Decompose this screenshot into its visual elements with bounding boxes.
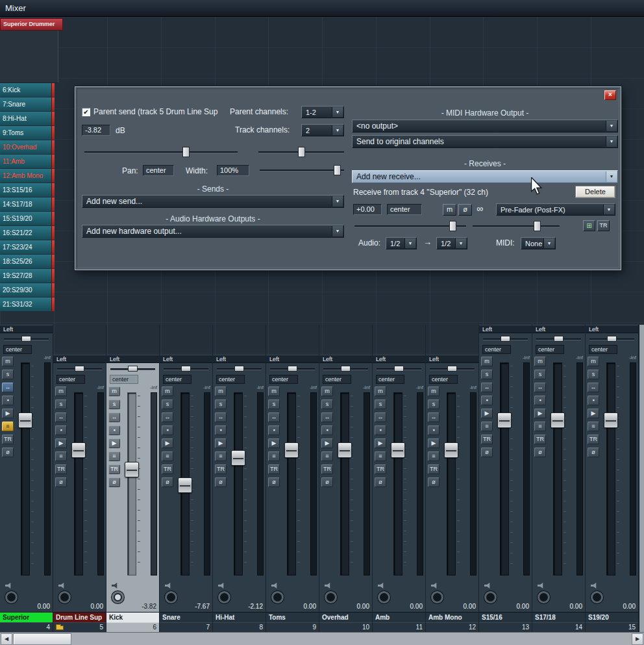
track-list-item[interactable]: 16:S21/22 xyxy=(0,226,55,240)
mute-button[interactable]: m xyxy=(2,357,14,366)
track-number-row[interactable]: 10 xyxy=(319,622,372,632)
chevron-down-icon[interactable]: ▼ xyxy=(606,121,617,131)
io-button[interactable]: ↔ xyxy=(108,412,120,422)
send-mode-select[interactable]: Pre-Fader (Post-FX) ▼ xyxy=(496,203,615,216)
track-name-label[interactable]: Snare xyxy=(160,612,212,622)
track-list-item[interactable]: 19:S27/28 xyxy=(0,269,55,283)
pan-handle[interactable] xyxy=(234,366,244,372)
mute-button[interactable]: m xyxy=(375,386,386,396)
pan-value[interactable]: center xyxy=(429,375,458,384)
solo-button[interactable]: s xyxy=(428,399,440,409)
slider-handle[interactable] xyxy=(449,221,456,231)
track-list-item[interactable]: 9:Toms xyxy=(0,126,55,140)
pan-slider[interactable] xyxy=(269,364,316,373)
trim-button[interactable]: TR xyxy=(162,464,173,474)
fader-handle[interactable] xyxy=(18,412,32,428)
solo-button[interactable]: s xyxy=(588,370,599,379)
volume-fader[interactable]: -inf xyxy=(282,384,318,578)
track-channels-select[interactable]: 2 ▼ xyxy=(301,124,344,136)
volume-fader[interactable]: -inf xyxy=(389,384,425,578)
pan-value[interactable]: center xyxy=(323,375,351,384)
trim-button[interactable]: TR xyxy=(268,464,280,474)
io-button[interactable]: ↔ xyxy=(162,412,173,422)
width-button[interactable]: ≡ xyxy=(481,422,493,431)
pan-value[interactable]: center xyxy=(589,345,617,354)
fader-track[interactable] xyxy=(234,392,243,575)
pan-slider[interactable] xyxy=(482,334,529,344)
env-button[interactable]: ▶ xyxy=(2,409,14,418)
receive-phase-button[interactable]: ø xyxy=(458,204,472,216)
pan-handle[interactable] xyxy=(501,336,510,342)
slider-handle[interactable] xyxy=(334,165,341,175)
env-button[interactable]: ▶ xyxy=(481,409,493,418)
pan-handle[interactable] xyxy=(607,336,617,342)
env-button[interactable]: ▶ xyxy=(55,438,67,448)
pan-value[interactable]: center xyxy=(56,375,85,384)
solo-button[interactable]: s xyxy=(108,399,120,409)
slider-handle[interactable] xyxy=(534,221,541,231)
slider-handle[interactable] xyxy=(298,147,305,157)
env-button[interactable]: ▶ xyxy=(215,438,227,448)
width-field[interactable]: 100% xyxy=(217,165,249,176)
pan-handle[interactable] xyxy=(394,366,404,372)
track-list-item[interactable]: 11:Amb xyxy=(0,155,55,168)
scroll-right-icon[interactable]: ▶ xyxy=(632,633,643,645)
mute-button[interactable]: m xyxy=(215,386,227,396)
chevron-down-icon[interactable]: ▼ xyxy=(606,136,617,147)
fader-track[interactable] xyxy=(287,392,296,575)
pan-value[interactable]: center xyxy=(216,375,245,384)
trim-button[interactable]: TR xyxy=(55,464,67,474)
record-arm-strip[interactable] xyxy=(51,212,55,225)
mute-button[interactable]: m xyxy=(268,386,280,396)
width-button[interactable]: ≡ xyxy=(2,422,14,431)
width-button[interactable]: ≡ xyxy=(162,451,173,461)
trim-button[interactable]: TR xyxy=(481,435,493,444)
fx-button[interactable]: ▪ xyxy=(428,425,440,435)
pan-slider[interactable] xyxy=(375,364,423,373)
io-button[interactable]: ↔ xyxy=(588,383,599,392)
volume-fader[interactable]: -inf xyxy=(495,354,531,578)
receive-mute-button[interactable]: m xyxy=(443,204,456,216)
track-name-label[interactable]: S19/20 xyxy=(586,612,638,622)
env-button[interactable]: ▶ xyxy=(108,438,120,448)
record-arm-button[interactable] xyxy=(58,591,71,603)
track-name-label[interactable]: S17/18 xyxy=(532,612,585,622)
pan-handle[interactable] xyxy=(447,366,457,372)
send-volume-field[interactable]: -3.82 xyxy=(82,125,110,136)
fx-button[interactable]: ▪ xyxy=(108,425,120,435)
io-button[interactable]: ↔ xyxy=(321,412,333,422)
track-name-label[interactable]: Kick xyxy=(106,612,159,622)
track-number-row[interactable]: 14 xyxy=(532,622,585,632)
send-volume-slider[interactable] xyxy=(84,147,238,157)
fader-handle[interactable] xyxy=(284,442,299,458)
solo-button[interactable]: s xyxy=(162,399,173,409)
fx-button[interactable]: ▪ xyxy=(162,425,173,435)
audio-to-select[interactable]: 1/2 ▼ xyxy=(436,237,467,249)
track-name-label[interactable]: Amb xyxy=(373,612,425,622)
audio-from-select[interactable]: 1/2 ▼ xyxy=(386,237,417,249)
mute-button[interactable]: m xyxy=(55,386,67,396)
fx-button[interactable]: ▪ xyxy=(268,425,280,435)
fader-handle[interactable] xyxy=(551,412,565,428)
fader-track[interactable] xyxy=(74,392,83,575)
fader-track[interactable] xyxy=(553,362,562,575)
record-arm-button[interactable] xyxy=(325,591,337,603)
fx-button[interactable]: ▪ xyxy=(375,425,386,435)
fader-handle[interactable] xyxy=(444,442,458,458)
track-number-row[interactable]: 13 xyxy=(479,622,532,632)
solo-button[interactable]: s xyxy=(375,399,386,409)
record-arm-button[interactable] xyxy=(5,591,18,603)
record-arm-strip[interactable] xyxy=(51,155,55,168)
routing-matrix-icon[interactable]: ⊞ xyxy=(583,220,595,231)
track-name-label[interactable]: Overhad xyxy=(319,612,372,622)
env-button[interactable]: ▶ xyxy=(321,438,333,448)
fader-track[interactable] xyxy=(127,392,136,575)
phase-button[interactable]: ø xyxy=(534,448,546,457)
fx-button[interactable]: ▪ xyxy=(2,396,14,405)
fx-button[interactable]: ▪ xyxy=(321,425,333,435)
fader-track[interactable] xyxy=(447,392,456,575)
track-list-item[interactable]: 14:S17/18 xyxy=(0,197,55,211)
record-arm-button[interactable] xyxy=(431,591,443,603)
chevron-down-icon[interactable]: ▼ xyxy=(332,196,343,207)
fx-button[interactable]: ▪ xyxy=(481,396,493,405)
